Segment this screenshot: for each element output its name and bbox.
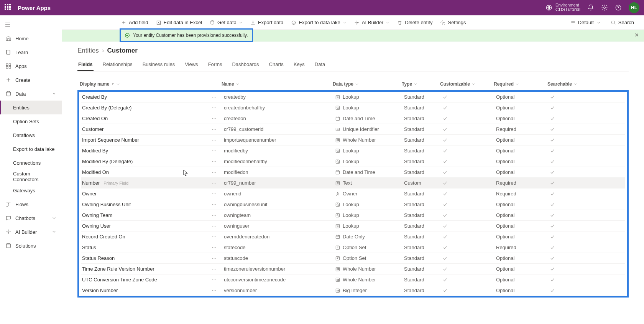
row-more-icon[interactable]: ⋯ xyxy=(212,148,217,154)
row-more-icon[interactable]: ⋯ xyxy=(212,180,217,186)
svg-rect-31 xyxy=(336,203,339,206)
tab-data[interactable]: Data xyxy=(314,59,326,71)
sidebar-item-custom-connectors[interactable]: Custom Connectors xyxy=(0,170,62,183)
row-more-icon[interactable]: ⋯ xyxy=(212,277,217,283)
notification-close[interactable] xyxy=(634,32,639,39)
row-more-icon[interactable]: ⋯ xyxy=(212,245,217,250)
sidebar-item-export-to-data-lake[interactable]: Export to data lake xyxy=(0,142,62,156)
sidebar-item-chatbots[interactable]: Chatbots xyxy=(0,211,62,225)
table-row[interactable]: Status Reason ⋯statuscodeOption SetStand… xyxy=(81,253,625,264)
sidebar-toggle[interactable] xyxy=(0,18,15,31)
cmd-export-to-data-lake[interactable]: Export to data lake xyxy=(287,15,350,30)
row-more-icon[interactable]: ⋯ xyxy=(212,126,217,132)
table-row[interactable]: Import Sequence Number ⋯importsequencenu… xyxy=(81,135,625,145)
table-row[interactable]: Modified By (Delegate) ⋯modifiedonbehalf… xyxy=(81,156,625,167)
tab-charts[interactable]: Charts xyxy=(268,59,284,71)
table-row[interactable]: Number Primary Field⋯cr799_numberTextCus… xyxy=(81,178,625,188)
cmd-edit-data-in-excel[interactable]: Edit data in Excel xyxy=(152,15,206,30)
user-avatar[interactable]: HL xyxy=(629,2,639,13)
row-more-icon[interactable]: ⋯ xyxy=(212,212,217,218)
sidebar-item-create[interactable]: Create xyxy=(0,73,62,87)
table-row[interactable]: Created By ⋯createdbyLookupStandardOptio… xyxy=(81,92,625,102)
cmd-add-field[interactable]: Add field xyxy=(117,15,152,30)
row-more-icon[interactable]: ⋯ xyxy=(212,159,217,164)
cmd-ai-builder[interactable]: AI Builder xyxy=(350,15,393,30)
table-row[interactable]: Owning User ⋯owninguserLookupStandardOpt… xyxy=(81,221,625,231)
field-type: Standard xyxy=(403,94,442,100)
sidebar-item-apps[interactable]: Apps xyxy=(0,59,62,73)
table-row[interactable]: Time Zone Rule Version Number ⋯timezoner… xyxy=(81,264,625,274)
plus-icon xyxy=(121,20,127,25)
column-customizable[interactable]: Customizable xyxy=(440,81,494,87)
column-required[interactable]: Required xyxy=(494,81,547,87)
table-row[interactable]: Owning Business Unit ⋯owningbusinessunit… xyxy=(81,199,625,210)
row-more-icon[interactable]: ⋯ xyxy=(212,234,217,240)
sidebar-item-connections[interactable]: Connections xyxy=(0,156,62,170)
sidebar-item-home[interactable]: Home xyxy=(0,31,62,45)
search-box[interactable]: Search xyxy=(607,15,638,30)
tab-forms[interactable]: Forms xyxy=(207,59,223,71)
row-more-icon[interactable]: ⋯ xyxy=(212,169,217,175)
table-row[interactable]: Customer ⋯cr799_customeridUnique Identif… xyxy=(81,124,625,135)
sidebar-item-dataflows[interactable]: Dataflows xyxy=(0,128,62,142)
row-more-icon[interactable]: ⋯ xyxy=(212,105,217,111)
row-more-icon[interactable]: ⋯ xyxy=(212,137,217,143)
tab-business-rules[interactable]: Business rules xyxy=(142,59,176,71)
tab-views[interactable]: Views xyxy=(184,59,199,71)
svg-rect-40 xyxy=(336,267,339,271)
breadcrumb-root[interactable]: Entities xyxy=(77,47,99,55)
cmd-settings[interactable]: Settings xyxy=(436,15,470,30)
sidebar-item-solutions[interactable]: Solutions xyxy=(0,239,62,253)
row-more-icon[interactable]: ⋯ xyxy=(212,255,217,261)
column-name[interactable]: Name xyxy=(222,81,333,87)
table-row[interactable]: Created By (Delegate) ⋯createdonbehalfby… xyxy=(81,102,625,113)
tab-fields[interactable]: Fields xyxy=(77,59,94,71)
datatype-icon xyxy=(335,256,340,261)
help-icon[interactable] xyxy=(615,4,622,11)
column-display-name[interactable]: Display name xyxy=(80,81,222,87)
table-row[interactable]: Record Created On ⋯overriddencreatedonDa… xyxy=(81,231,625,242)
settings-icon[interactable] xyxy=(601,4,608,11)
sidebar-item-option-sets[interactable]: Option Sets xyxy=(0,114,62,128)
tab-relationships[interactable]: Relationships xyxy=(102,59,133,71)
cmd-export-data[interactable]: Export data xyxy=(246,15,288,30)
sidebar-item-learn[interactable]: Learn xyxy=(0,45,62,59)
field-type: Standard xyxy=(403,105,442,111)
view-selector[interactable]: Default xyxy=(567,15,605,30)
table-row[interactable]: Version Number ⋯versionnumberBig Integer… xyxy=(81,285,625,296)
tab-keys[interactable]: Keys xyxy=(293,59,306,71)
column-searchable[interactable]: Searchable xyxy=(547,81,578,87)
table-row[interactable]: Owner ⋯owneridOwnerStandardRequired xyxy=(81,188,625,199)
sidebar-item-flows[interactable]: Flows xyxy=(0,197,62,211)
tab-dashboards[interactable]: Dashboards xyxy=(231,59,260,71)
table-row[interactable]: Created On ⋯createdonDate and TimeStanda… xyxy=(81,113,625,124)
cmd-get-data[interactable]: Get data xyxy=(206,15,246,30)
cmd-delete-entity[interactable]: Delete entity xyxy=(393,15,436,30)
chevron-down-icon xyxy=(472,82,475,86)
column-type[interactable]: Type xyxy=(402,81,440,87)
row-more-icon[interactable]: ⋯ xyxy=(212,94,217,100)
field-datatype: Owner xyxy=(343,191,357,197)
table-row[interactable]: Status ⋯statecodeOption SetStandardRequi… xyxy=(81,242,625,253)
environment-picker[interactable]: Environment CDSTutorial xyxy=(545,3,580,12)
table-row[interactable]: Owning Team ⋯owningteamLookupStandardOpt… xyxy=(81,210,625,221)
sidebar-item-label: AI Builder xyxy=(15,229,37,235)
row-more-icon[interactable]: ⋯ xyxy=(212,266,217,272)
row-more-icon[interactable]: ⋯ xyxy=(212,116,217,121)
sidebar-item-ai-builder[interactable]: AI Builder xyxy=(0,225,62,239)
table-row[interactable]: Modified By ⋯modifiedbyLookupStandardOpt… xyxy=(81,145,625,156)
row-more-icon[interactable]: ⋯ xyxy=(212,202,217,207)
column-data-type[interactable]: Data type xyxy=(333,81,402,87)
sidebar-item-data[interactable]: Data xyxy=(0,87,62,101)
row-more-icon[interactable]: ⋯ xyxy=(212,288,217,293)
sidebar-item-entities[interactable]: Entities xyxy=(0,101,62,114)
notifications-icon[interactable] xyxy=(587,4,594,11)
datatype-icon xyxy=(335,266,340,272)
chevron-down-icon xyxy=(414,82,417,86)
table-row[interactable]: UTC Conversion Time Zone Code ⋯utcconver… xyxy=(81,274,625,285)
app-launcher-icon[interactable] xyxy=(5,4,12,12)
table-row[interactable]: Modified On ⋯modifiedonDate and TimeStan… xyxy=(81,167,625,178)
sidebar-item-gateways[interactable]: Gateways xyxy=(0,183,62,197)
row-more-icon[interactable]: ⋯ xyxy=(212,223,217,229)
row-more-icon[interactable]: ⋯ xyxy=(212,191,217,197)
